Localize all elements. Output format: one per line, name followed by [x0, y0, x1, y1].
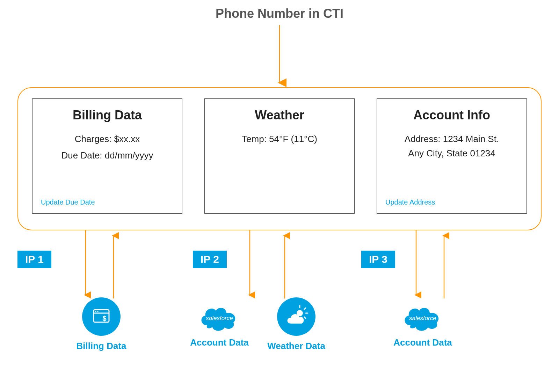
- account-address-line2: Any City, State 01234: [385, 147, 518, 160]
- arrow-billing-up: [108, 230, 119, 300]
- salesforce-cloud-icon: salesforce: [197, 301, 242, 332]
- account-card-title: Account Info: [385, 108, 518, 123]
- salesforce-cloud-icon: salesforce: [400, 301, 445, 332]
- ip2-badge: IP 2: [193, 251, 227, 268]
- diagram-input-label: Phone Number in CTI: [0, 6, 559, 21]
- billing-due-date: Due Date: dd/mm/yyyy: [41, 149, 174, 162]
- billing-icon: $: [82, 297, 121, 336]
- update-due-date-link[interactable]: Update Due Date: [41, 198, 95, 206]
- billing-card-title: Billing Data: [41, 108, 174, 123]
- account-data-source-1: salesforce Account Data: [184, 297, 254, 348]
- svg-line-15: [304, 308, 306, 309]
- billing-source-label: Billing Data: [66, 341, 136, 352]
- svg-line-17: [304, 317, 306, 318]
- svg-text:salesforce: salesforce: [409, 315, 436, 321]
- arrow-account-right-down: [411, 230, 421, 300]
- ip3-badge: IP 3: [361, 251, 395, 268]
- weather-source-label: Weather Data: [261, 341, 331, 352]
- update-address-link[interactable]: Update Address: [385, 198, 435, 206]
- ip1-badge: IP 1: [17, 251, 51, 268]
- arrow-weather-up: [280, 230, 290, 300]
- weather-data-source: Weather Data: [261, 297, 331, 352]
- cards-container: Billing Data Charges: $xx.xx Due Date: d…: [17, 87, 542, 230]
- account-data-source-2: salesforce Account Data: [388, 297, 458, 348]
- weather-card-title: Weather: [213, 108, 346, 123]
- account-address-line1: Address: 1234 Main St.: [385, 133, 518, 145]
- billing-card: Billing Data Charges: $xx.xx Due Date: d…: [32, 98, 182, 214]
- billing-charges: Charges: $xx.xx: [41, 133, 174, 145]
- svg-point-10: [97, 311, 99, 312]
- account-card: Account Info Address: 1234 Main St. Any …: [377, 98, 527, 214]
- account-source-label-2: Account Data: [388, 337, 458, 348]
- weather-temp: Temp: 54°F (11°C): [213, 133, 346, 145]
- svg-text:$: $: [102, 315, 106, 322]
- arrow-account-center-down: [245, 230, 255, 300]
- arrow-account-right-up: [439, 230, 449, 300]
- account-source-label-1: Account Data: [184, 337, 254, 348]
- billing-data-source: $ Billing Data: [66, 297, 136, 352]
- svg-point-9: [95, 311, 96, 312]
- arrow-cti-to-container: [273, 25, 286, 88]
- weather-card: Weather Temp: 54°F (11°C): [204, 98, 355, 214]
- arrow-billing-down: [80, 230, 91, 300]
- svg-text:salesforce: salesforce: [206, 315, 233, 321]
- weather-icon: [277, 297, 315, 336]
